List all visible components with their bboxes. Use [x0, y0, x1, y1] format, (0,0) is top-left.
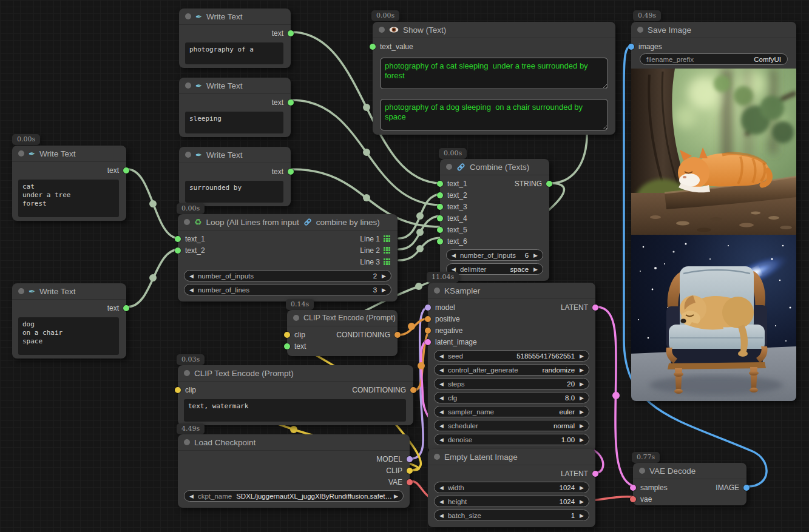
node-title-bar[interactable]: ✒ Write Text — [179, 8, 291, 25]
increment-arrow[interactable]: ▶ — [580, 499, 584, 505]
widget-sampler-name[interactable]: ◀sampler_nameeuler▶ — [434, 406, 589, 417]
text-input-area[interactable]: sleeping — [185, 112, 283, 133]
node-ksampler[interactable]: KSampler modelLATENT positive negative l… — [428, 283, 595, 451]
node-title-bar[interactable]: CLIP Text Encode (Prompt) — [178, 365, 413, 382]
decrement-arrow[interactable]: ◀ — [439, 367, 444, 373]
increment-arrow[interactable]: ▶ — [533, 252, 538, 258]
widget-batch-size[interactable]: ◀batch_size1▶ — [434, 510, 589, 521]
output-port-conditioning[interactable] — [410, 387, 416, 393]
output-port-text[interactable] — [288, 30, 294, 36]
node-title-bar[interactable]: ✒ Write Text — [179, 78, 291, 94]
widget-control-after-generate[interactable]: ◀control_after_generaterandomize▶ — [434, 364, 589, 375]
node-write-text-surrounded[interactable]: ✒ Write Text text surrounded by — [179, 147, 291, 206]
decrement-arrow[interactable]: ◀ — [439, 499, 444, 505]
input-port-text-3[interactable] — [437, 204, 443, 210]
widget-denoise[interactable]: ◀denoise1.00▶ — [434, 434, 589, 445]
widget-delimiter[interactable]: ◀ delimiter space ▶ — [446, 263, 543, 275]
increment-arrow[interactable]: ▶ — [580, 395, 584, 401]
decrement-arrow[interactable]: ◀ — [452, 266, 456, 272]
text-input-area[interactable]: photography of a — [185, 42, 283, 64]
collapse-dot[interactable] — [434, 288, 440, 294]
output-port-string[interactable] — [546, 181, 552, 187]
increment-arrow[interactable]: ▶ — [533, 266, 538, 272]
decrement-arrow[interactable]: ◀ — [189, 287, 194, 293]
decrement-arrow[interactable]: ◀ — [439, 513, 444, 519]
input-port-negative[interactable] — [425, 328, 431, 334]
node-write-text-sleeping[interactable]: ✒ Write Text text sleeping — [179, 78, 291, 137]
shown-text-output-1[interactable]: photography of a cat sleeping under a tr… — [380, 58, 608, 89]
node-title-bar[interactable]: ✒ Write Text — [12, 146, 126, 162]
node-write-text-dog[interactable]: ✒ Write Text text dog on a chair space — [12, 283, 126, 359]
collapse-dot[interactable] — [18, 150, 24, 157]
grid-icon[interactable] — [384, 235, 390, 242]
input-port-model[interactable] — [425, 305, 431, 311]
widget-width[interactable]: ◀width1024▶ — [434, 482, 589, 493]
widget-number-of-lines[interactable]: ◀ number_of_lines 3 ▶ — [184, 284, 391, 295]
increment-arrow[interactable]: ▶ — [382, 273, 386, 279]
increment-arrow[interactable]: ▶ — [580, 353, 584, 359]
grid-icon[interactable] — [384, 258, 390, 265]
widget-height[interactable]: ◀height1024▶ — [434, 496, 589, 507]
input-port-text-2[interactable] — [175, 247, 181, 254]
widget-seed[interactable]: ◀seed518555417562551▶ — [434, 350, 589, 362]
node-title-bar[interactable]: Save Image — [631, 22, 796, 38]
input-port-text-2[interactable] — [437, 192, 443, 198]
decrement-arrow[interactable]: ◀ — [452, 252, 456, 258]
node-title-bar[interactable]: ✒ Write Text — [12, 283, 126, 300]
input-port-latent-image[interactable] — [425, 339, 431, 345]
input-port-text-5[interactable] — [437, 227, 443, 233]
text-input-area[interactable]: surrounded by — [185, 181, 283, 203]
widget-filename-prefix[interactable]: filename_prefix ComfyUI — [640, 53, 788, 65]
output-port-latent[interactable] — [592, 471, 598, 477]
collapse-dot[interactable] — [639, 468, 645, 474]
widget-number-of-inputs[interactable]: ◀ number_of_inputs 6 ▶ — [446, 249, 543, 261]
input-port-text-1[interactable] — [437, 181, 443, 187]
increment-arrow[interactable]: ▶ — [580, 423, 584, 429]
widget-scheduler[interactable]: ◀schedulernormal▶ — [434, 420, 589, 431]
input-port-vae[interactable] — [630, 496, 636, 502]
prompt-text-area[interactable]: text, watermark — [184, 399, 406, 422]
collapse-dot[interactable] — [18, 288, 24, 294]
decrement-arrow[interactable]: ◀ — [189, 273, 194, 279]
widget-ckpt-name[interactable]: ◀ ckpt_name SDXL/juggernautXL_juggXlByRu… — [184, 490, 404, 502]
decrement-arrow[interactable]: ◀ — [439, 353, 444, 359]
output-port-clip[interactable] — [407, 468, 413, 474]
node-vae-decode[interactable]: VAE Decode samplesIMAGE vae — [633, 463, 746, 505]
output-port-latent[interactable] — [592, 305, 598, 311]
node-title-bar[interactable]: VAE Decode — [633, 463, 746, 479]
increment-arrow[interactable]: ▶ — [382, 287, 386, 293]
input-port-text-value[interactable] — [370, 44, 376, 50]
output-port-text[interactable] — [123, 167, 129, 173]
increment-arrow[interactable]: ▶ — [580, 381, 584, 387]
collapse-dot[interactable] — [185, 82, 191, 89]
collapse-dot[interactable] — [184, 219, 190, 225]
collapse-dot[interactable] — [185, 152, 191, 158]
input-port-text-1[interactable] — [175, 236, 181, 242]
increment-arrow[interactable]: ▶ — [394, 493, 398, 499]
output-port-text[interactable] — [288, 169, 294, 175]
node-title-bar[interactable]: KSampler — [428, 283, 595, 299]
collapse-dot[interactable] — [434, 454, 440, 460]
decrement-arrow[interactable]: ◀ — [439, 437, 444, 443]
output-port-image[interactable] — [743, 485, 750, 491]
increment-arrow[interactable]: ▶ — [580, 409, 584, 415]
output-port-model[interactable] — [407, 456, 413, 462]
node-empty-latent-image[interactable]: Empty Latent Image LATENT ◀width1024▶ ◀h… — [428, 449, 595, 527]
input-port-positive[interactable] — [425, 316, 431, 322]
increment-arrow[interactable]: ▶ — [580, 485, 584, 491]
widget-steps[interactable]: ◀steps20▶ — [434, 378, 589, 389]
node-clip-text-encode-negative[interactable]: CLIP Text Encode (Prompt) clipCONDITIONI… — [178, 365, 413, 425]
decrement-arrow[interactable]: ◀ — [439, 395, 444, 401]
collapse-dot[interactable] — [184, 370, 190, 376]
node-title-bar[interactable]: Show (Text) — [373, 22, 615, 38]
grid-icon[interactable] — [384, 247, 390, 254]
text-input-area[interactable]: dog on a chair space — [18, 317, 119, 355]
decrement-arrow[interactable]: ◀ — [439, 485, 444, 491]
input-port-text-6[interactable] — [437, 238, 443, 244]
node-title-bar[interactable]: ♻ Loop (All Lines from input combine by … — [178, 214, 398, 231]
input-port-text[interactable] — [284, 343, 290, 349]
decrement-arrow[interactable]: ◀ — [439, 409, 444, 415]
input-port-clip[interactable] — [175, 387, 181, 393]
input-port-samples[interactable] — [630, 485, 636, 491]
collapse-dot[interactable] — [293, 315, 299, 321]
